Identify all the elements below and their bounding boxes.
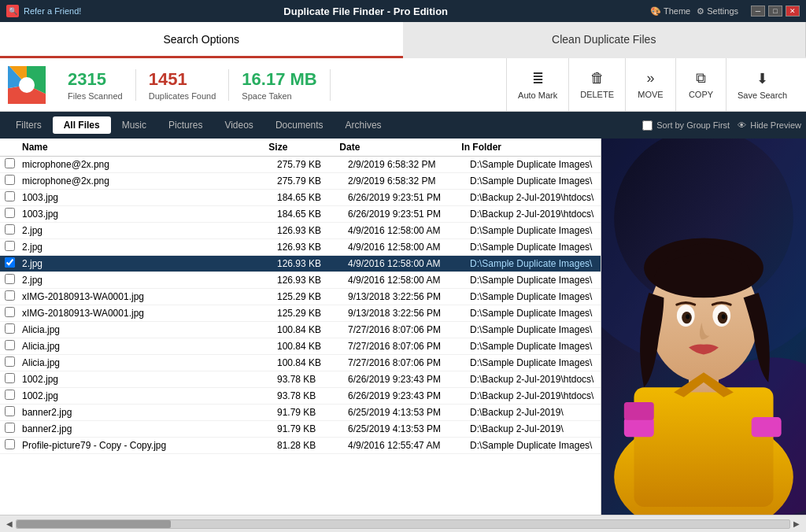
minimize-button[interactable]: ─: [751, 6, 765, 17]
file-checkbox[interactable]: [5, 373, 15, 383]
file-name: 2.jpg: [19, 258, 277, 269]
file-folder: D:\Backup 2-Jul-2019\htdocs\: [470, 209, 601, 220]
file-folder: D:\Sample Duplicate Images\: [470, 341, 601, 352]
header-date: Date: [339, 142, 461, 153]
scroll-right-arrow[interactable]: ▶: [793, 519, 800, 528]
maximize-button[interactable]: □: [768, 6, 782, 17]
file-checkbox[interactable]: [5, 191, 15, 201]
file-checkbox[interactable]: [5, 357, 15, 367]
file-size: 100.84 KB: [277, 357, 348, 368]
tab-clean-duplicates[interactable]: Clean Duplicate Files: [403, 22, 807, 58]
theme-icon: 🎨: [650, 6, 661, 17]
file-checkbox[interactable]: [5, 241, 15, 251]
save-search-button[interactable]: ⬇ Save Search: [727, 58, 798, 111]
file-checkbox[interactable]: [5, 175, 15, 185]
file-name: 2.jpg: [19, 225, 277, 236]
file-name: 1002.jpg: [19, 390, 277, 401]
file-row[interactable]: 1003.jpg184.65 KB6/26/2019 9:23:51 PMD:\…: [0, 190, 601, 206]
filter-tab-documents[interactable]: Documents: [264, 116, 335, 134]
file-checkbox[interactable]: [5, 224, 15, 235]
space-count: 16.17 MB: [242, 69, 316, 90]
file-row[interactable]: 2.jpg126.93 KB4/9/2016 12:58:00 AMD:\Sam…: [0, 223, 601, 239]
auto-mark-button[interactable]: ≣ Auto Mark: [507, 58, 569, 111]
filter-tab-filters[interactable]: Filters: [5, 116, 53, 134]
svg-rect-9: [634, 387, 773, 507]
horizontal-scrollbar[interactable]: [16, 519, 790, 529]
pie-chart-icon: [8, 66, 46, 104]
filter-tab-videos[interactable]: Videos: [213, 116, 264, 134]
file-checkbox[interactable]: [5, 340, 15, 350]
sort-by-group-checkbox[interactable]: [642, 120, 653, 131]
file-checkbox[interactable]: [5, 439, 15, 449]
stat-scanned: 2315 Files Scanned: [55, 69, 136, 101]
file-row[interactable]: 1002.jpg93.78 KB6/26/2019 9:23:43 PMD:\B…: [0, 388, 601, 405]
file-row[interactable]: Alicia.jpg100.84 KB7/27/2016 8:07:06 PMD…: [0, 322, 601, 338]
filter-tab-archives[interactable]: Archives: [335, 116, 393, 134]
file-name: Alicia.jpg: [19, 324, 277, 335]
file-checkbox[interactable]: [5, 208, 15, 218]
file-name: microphone@2x.png: [19, 159, 277, 170]
file-row[interactable]: 2.jpg126.93 KB4/9/2016 12:58:00 AMD:\Sam…: [0, 239, 601, 256]
file-row[interactable]: banner2.jpg91.79 KB6/25/2019 4:13:53 PMD…: [0, 421, 601, 438]
file-checkbox[interactable]: [5, 290, 15, 301]
eye-icon: 👁: [738, 120, 746, 130]
file-row[interactable]: microphone@2x.png275.79 KB2/9/2019 6:58:…: [0, 157, 601, 173]
file-folder: D:\Backup 2-Jul-2019\: [470, 407, 601, 418]
delete-button[interactable]: 🗑 DELETE: [569, 58, 626, 111]
file-size: 184.65 KB: [277, 209, 348, 220]
file-checkbox[interactable]: [5, 423, 15, 433]
file-row[interactable]: 2.jpg126.93 KB4/9/2016 12:58:00 AMD:\Sam…: [0, 272, 601, 289]
file-date: 2/9/2019 6:58:32 PM: [348, 175, 470, 187]
svg-point-19: [686, 314, 690, 319]
file-row[interactable]: microphone@2x.png275.79 KB2/9/2019 6:58:…: [0, 173, 601, 190]
copy-button[interactable]: ⧉ COPY: [676, 58, 727, 111]
scroll-left-arrow[interactable]: ◀: [6, 519, 13, 528]
file-checkbox[interactable]: [5, 274, 15, 284]
move-button[interactable]: » MOVE: [626, 58, 676, 111]
file-row[interactable]: 1003.jpg184.65 KB6/26/2019 9:23:51 PMD:\…: [0, 206, 601, 223]
file-row[interactable]: Alicia.jpg100.84 KB7/27/2016 8:07:06 PMD…: [0, 338, 601, 355]
file-folder: D:\Sample Duplicate Images\: [470, 440, 601, 451]
theme-button[interactable]: 🎨 Theme: [650, 6, 690, 17]
app-logo: 🔍: [6, 5, 19, 17]
header-folder: In Folder: [461, 142, 588, 153]
file-folder: D:\Sample Duplicate Images\: [470, 357, 601, 368]
file-checkbox[interactable]: [5, 406, 15, 416]
file-checkbox[interactable]: [5, 158, 15, 168]
file-size: 125.29 KB: [277, 308, 348, 319]
file-row[interactable]: 1002.jpg93.78 KB6/26/2019 9:23:43 PMD:\B…: [0, 371, 601, 388]
file-name: Alicia.jpg: [19, 341, 277, 352]
file-checkbox[interactable]: [5, 257, 15, 268]
settings-button[interactable]: ⚙ Settings: [697, 6, 738, 17]
file-row[interactable]: banner2.jpg91.79 KB6/25/2019 4:13:53 PMD…: [0, 405, 601, 421]
file-checkbox[interactable]: [5, 390, 15, 400]
file-checkbox[interactable]: [5, 307, 15, 317]
filter-tab-all-files[interactable]: All Files: [53, 116, 111, 134]
hide-preview-button[interactable]: 👁 Hide Preview: [738, 120, 801, 130]
file-size: 91.79 KB: [277, 423, 348, 434]
file-size: 91.79 KB: [277, 407, 348, 418]
filter-tab-music[interactable]: Music: [111, 116, 157, 134]
refer-link[interactable]: Refer a Friend!: [24, 6, 81, 16]
file-size: 100.84 KB: [277, 341, 348, 352]
file-name: banner2.jpg: [19, 407, 277, 418]
file-name: 2.jpg: [19, 275, 277, 286]
header-size: Size: [268, 142, 339, 153]
file-size: 93.78 KB: [277, 390, 348, 401]
file-folder: D:\Sample Duplicate Images\: [470, 275, 601, 286]
filter-tab-pictures[interactable]: Pictures: [157, 116, 213, 134]
close-button[interactable]: ✕: [786, 6, 800, 17]
file-row[interactable]: 2.jpg126.93 KB4/9/2016 12:58:00 AMD:\Sam…: [0, 256, 601, 272]
file-row[interactable]: Profile-picture79 - Copy - Copy.jpg81.28…: [0, 438, 601, 454]
file-name: microphone@2x.png: [19, 175, 277, 187]
tab-search-options[interactable]: Search Options: [0, 22, 403, 58]
file-name: banner2.jpg: [19, 423, 277, 434]
duplicates-count: 1451: [149, 69, 216, 90]
file-list: Name Size Date In Folder microphone@2x.p…: [0, 139, 601, 515]
file-row[interactable]: Alicia.jpg100.84 KB7/27/2016 8:07:06 PMD…: [0, 355, 601, 371]
save-search-icon: ⬇: [756, 70, 768, 87]
file-row[interactable]: xIMG-20180913-WA0001.jpg125.29 KB9/13/20…: [0, 305, 601, 322]
file-row[interactable]: xIMG-20180913-WA0001.jpg125.29 KB9/13/20…: [0, 289, 601, 305]
file-checkbox[interactable]: [5, 323, 15, 334]
list-header: Name Size Date In Folder: [0, 139, 601, 157]
